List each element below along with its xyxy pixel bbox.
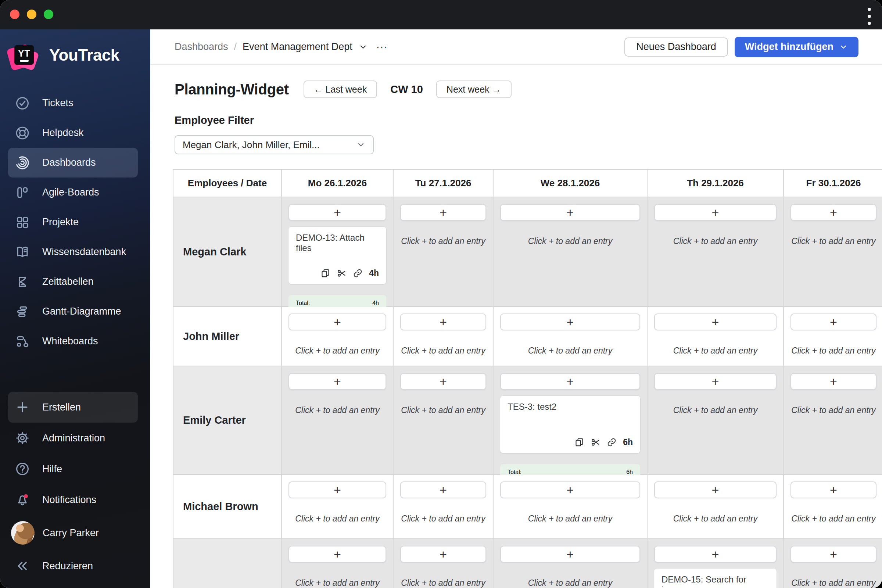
grid-icon <box>15 214 30 230</box>
sidebar-item-wissensdatenbank[interactable]: Wissensdatenbank <box>8 237 138 267</box>
add-entry-hint: Click + to add an entry <box>400 236 486 246</box>
employee-filter-label: Employee Filter <box>175 114 882 126</box>
date-column-header: We 28.1.2026 <box>494 170 648 197</box>
minimize-window-icon[interactable] <box>27 9 36 19</box>
add-entry-button[interactable]: + <box>400 373 486 390</box>
employee-filter-dropdown[interactable]: Megan Clark, John Miller, Emil... <box>175 135 374 154</box>
add-entry-button[interactable]: + <box>654 373 777 390</box>
add-entry-button[interactable]: + <box>400 204 486 221</box>
sidebar-item-zeittabellen[interactable]: Zeittabellen <box>8 267 138 297</box>
day-cell: +Click + to add an entry <box>648 197 784 307</box>
close-window-icon[interactable] <box>10 9 20 19</box>
add-entry-button[interactable]: + <box>654 546 777 562</box>
day-cell: +Click + to add an entry <box>784 539 882 588</box>
copy-icon[interactable] <box>321 268 330 278</box>
day-cell: +Click + to add an entry <box>394 539 494 588</box>
add-entry-button[interactable]: + <box>288 482 386 498</box>
last-week-button[interactable]: ← Last week <box>303 81 377 98</box>
add-entry-button[interactable]: + <box>500 314 640 330</box>
sidebar-item-gantt-diagramme[interactable]: Gantt-Diagramme <box>8 297 138 326</box>
kebab-menu-icon[interactable] <box>868 8 871 25</box>
sidebar-item-tickets[interactable]: Tickets <box>8 88 138 118</box>
new-dashboard-button[interactable]: Neues Dashboard <box>624 38 728 57</box>
add-entry-button[interactable]: + <box>288 204 386 221</box>
entry-title: DEMO-15: Search for issues <box>662 574 769 588</box>
day-cell: +Click + to add an entry <box>494 307 648 366</box>
sidebar-item-hilfe[interactable]: Hilfe <box>8 453 138 484</box>
sidebar-nav: Tickets Helpdesk Dashboards <box>0 88 150 356</box>
question-circle-icon <box>15 461 30 477</box>
time-entry-card[interactable]: TES-3: test26h <box>500 396 640 453</box>
next-week-button[interactable]: Next week → <box>436 81 512 98</box>
overflow-menu-icon[interactable]: ⋯ <box>376 40 388 54</box>
sidebar-item-whiteboards[interactable]: Whiteboards <box>8 326 138 356</box>
board-columns-icon <box>15 185 30 200</box>
add-entry-button[interactable]: + <box>400 546 486 562</box>
sidebar-item-notifications[interactable]: Notifications <box>8 484 138 515</box>
sidebar-item-dashboards[interactable]: Dashboards <box>8 148 138 177</box>
user-name-label: Carry Parker <box>43 527 99 539</box>
add-entry-button[interactable]: + <box>790 546 876 562</box>
add-entry-hint: Click + to add an entry <box>400 405 486 415</box>
day-cell: +Click + to add an entry <box>282 475 394 539</box>
add-entry-button[interactable]: + <box>288 546 386 562</box>
add-entry-button[interactable]: + <box>790 314 876 330</box>
add-entry-button[interactable]: + <box>790 373 876 390</box>
add-entry-hint: Click + to add an entry <box>790 514 876 524</box>
check-circle-icon <box>15 96 30 111</box>
time-entry-card[interactable]: DEMO-13: Attach files4h <box>288 227 386 284</box>
date-column-header: Tu 27.1.2026 <box>394 170 494 197</box>
link-icon[interactable] <box>353 268 363 278</box>
chevron-down-icon[interactable] <box>358 42 368 52</box>
add-entry-hint: Click + to add an entry <box>654 514 777 524</box>
sidebar-item-administration[interactable]: Administration <box>8 423 138 453</box>
link-icon[interactable] <box>607 437 616 447</box>
add-entry-button[interactable]: + <box>400 482 486 498</box>
entry-hours: 4h <box>369 268 379 278</box>
add-entry-button[interactable]: + <box>288 314 386 330</box>
employee-name-cell: Emily Carter <box>174 366 282 475</box>
sidebar-item-erstellen[interactable]: Erstellen <box>8 392 138 423</box>
sidebar-item-projekte[interactable]: Projekte <box>8 207 138 237</box>
add-entry-button[interactable]: + <box>654 482 777 498</box>
add-entry-hint: Click + to add an entry <box>500 346 640 356</box>
add-entry-button[interactable]: + <box>790 482 876 498</box>
sidebar-item-label: Tickets <box>42 98 74 109</box>
add-entry-button[interactable]: + <box>500 546 640 562</box>
add-entry-button[interactable]: + <box>654 204 777 221</box>
breadcrumb-current[interactable]: Event Management Dept <box>243 41 352 52</box>
add-entry-hint: Click + to add an entry <box>500 236 640 246</box>
employees-column-header: Employees / Date <box>174 170 282 197</box>
plus-icon <box>15 399 30 415</box>
day-cell: +Click + to add an entry <box>784 475 882 539</box>
sidebar-item-label: Reduzieren <box>42 560 93 572</box>
add-entry-button[interactable]: + <box>654 314 777 330</box>
sidebar-item-reduzieren[interactable]: Reduzieren <box>8 550 138 581</box>
day-cell: +Click + to add an entry <box>784 307 882 366</box>
total-label: Total: <box>296 300 310 306</box>
add-entry-button[interactable]: + <box>288 373 386 390</box>
add-entry-button[interactable]: + <box>790 204 876 221</box>
sidebar-item-profile[interactable]: Carry Parker <box>8 515 138 550</box>
youtrack-logo[interactable]: YT YouTrack <box>9 40 150 70</box>
employee-name-cell: Michael Brown <box>174 475 282 539</box>
add-entry-button[interactable]: + <box>500 373 640 390</box>
zoom-window-icon[interactable] <box>44 9 53 19</box>
bell-badge-icon <box>15 492 30 507</box>
add-entry-button[interactable]: + <box>500 482 640 498</box>
add-widget-button[interactable]: Widget hinzufügen <box>735 37 858 57</box>
date-column-header: Th 29.1.2026 <box>648 170 784 197</box>
sidebar-item-helpdesk[interactable]: Helpdesk <box>8 118 138 148</box>
scissors-icon[interactable] <box>337 268 346 278</box>
add-entry-button[interactable]: + <box>500 204 640 221</box>
add-entry-hint: Click + to add an entry <box>790 236 876 246</box>
day-cell: +DEMO-13: Attach files4hTotal:4h <box>282 197 394 307</box>
entry-title: TES-3: test2 <box>507 402 633 412</box>
scissors-icon[interactable] <box>591 437 600 447</box>
breadcrumb-dashboards-link[interactable]: Dashboards <box>175 41 228 52</box>
copy-icon[interactable] <box>574 437 584 447</box>
add-entry-button[interactable]: + <box>400 314 486 330</box>
add-entry-hint: Click + to add an entry <box>654 236 777 246</box>
time-entry-card[interactable]: DEMO-15: Search for issues <box>654 568 777 588</box>
sidebar-item-agile-boards[interactable]: Agile-Boards <box>8 177 138 207</box>
